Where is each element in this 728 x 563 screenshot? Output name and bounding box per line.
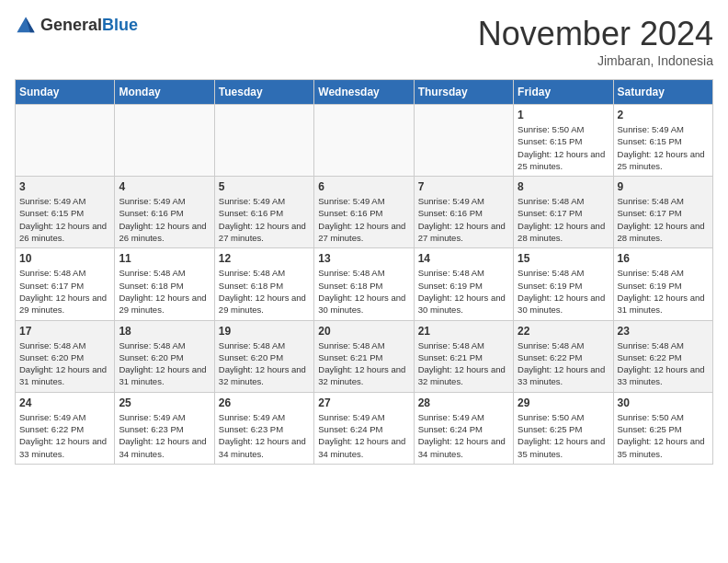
day-number: 6	[318, 180, 409, 193]
calendar-empty-cell	[115, 105, 214, 177]
calendar-day-12: 12Sunrise: 5:48 AMSunset: 6:18 PMDayligh…	[214, 248, 313, 320]
day-info: Sunrise: 5:48 AMSunset: 6:18 PMDaylight:…	[219, 267, 310, 316]
calendar-day-8: 8Sunrise: 5:48 AMSunset: 6:17 PMDaylight…	[514, 177, 613, 248]
logo-icon	[15, 15, 37, 37]
day-number: 26	[219, 396, 310, 409]
day-info: Sunrise: 5:49 AMSunset: 6:23 PMDaylight:…	[219, 411, 310, 460]
day-number: 28	[418, 396, 509, 409]
day-info: Sunrise: 5:48 AMSunset: 6:20 PMDaylight:…	[19, 339, 110, 388]
day-number: 14	[418, 252, 509, 265]
calendar-empty-cell	[314, 105, 414, 177]
calendar-day-25: 25Sunrise: 5:49 AMSunset: 6:23 PMDayligh…	[115, 392, 214, 464]
calendar-day-27: 27Sunrise: 5:49 AMSunset: 6:24 PMDayligh…	[314, 392, 414, 464]
calendar-day-23: 23Sunrise: 5:48 AMSunset: 6:22 PMDayligh…	[613, 320, 712, 392]
calendar-week-1: 1Sunrise: 5:50 AMSunset: 6:15 PMDaylight…	[16, 105, 713, 177]
day-info: Sunrise: 5:48 AMSunset: 6:22 PMDaylight:…	[518, 339, 609, 388]
day-info: Sunrise: 5:49 AMSunset: 6:15 PMDaylight:…	[19, 195, 110, 244]
day-info: Sunrise: 5:48 AMSunset: 6:18 PMDaylight:…	[318, 267, 409, 316]
day-number: 3	[19, 180, 110, 193]
calendar-day-30: 30Sunrise: 5:50 AMSunset: 6:25 PMDayligh…	[613, 392, 712, 464]
calendar-day-13: 13Sunrise: 5:48 AMSunset: 6:18 PMDayligh…	[314, 248, 414, 320]
day-info: Sunrise: 5:48 AMSunset: 6:20 PMDaylight:…	[219, 339, 310, 388]
calendar-empty-cell	[214, 105, 313, 177]
day-number: 8	[518, 180, 609, 193]
calendar-day-18: 18Sunrise: 5:48 AMSunset: 6:20 PMDayligh…	[115, 320, 214, 392]
day-number: 17	[19, 325, 110, 338]
day-number: 19	[219, 325, 310, 338]
calendar-day-19: 19Sunrise: 5:48 AMSunset: 6:20 PMDayligh…	[214, 320, 313, 392]
day-info: Sunrise: 5:49 AMSunset: 6:24 PMDaylight:…	[318, 411, 409, 460]
day-number: 30	[618, 396, 709, 409]
day-info: Sunrise: 5:48 AMSunset: 6:17 PMDaylight:…	[19, 267, 110, 316]
day-number: 18	[119, 325, 210, 338]
logo-general: GeneralBlue	[40, 17, 138, 35]
calendar-day-17: 17Sunrise: 5:48 AMSunset: 6:20 PMDayligh…	[16, 320, 115, 392]
day-info: Sunrise: 5:48 AMSunset: 6:17 PMDaylight:…	[518, 195, 609, 244]
calendar-day-1: 1Sunrise: 5:50 AMSunset: 6:15 PMDaylight…	[514, 105, 613, 177]
day-info: Sunrise: 5:49 AMSunset: 6:23 PMDaylight:…	[119, 411, 210, 460]
logo: GeneralBlue	[15, 15, 138, 37]
calendar-day-24: 24Sunrise: 5:49 AMSunset: 6:22 PMDayligh…	[16, 392, 115, 464]
calendar-day-9: 9Sunrise: 5:48 AMSunset: 6:17 PMDaylight…	[613, 177, 712, 248]
day-info: Sunrise: 5:50 AMSunset: 6:25 PMDaylight:…	[618, 411, 709, 460]
header-wednesday: Wednesday	[314, 80, 414, 105]
day-number: 20	[318, 325, 409, 338]
header-friday: Friday	[514, 80, 613, 105]
calendar-week-4: 17Sunrise: 5:48 AMSunset: 6:20 PMDayligh…	[16, 320, 713, 392]
day-number: 9	[618, 180, 709, 193]
day-info: Sunrise: 5:49 AMSunset: 6:22 PMDaylight:…	[19, 411, 110, 460]
day-info: Sunrise: 5:49 AMSunset: 6:16 PMDaylight:…	[219, 195, 310, 244]
calendar-day-11: 11Sunrise: 5:48 AMSunset: 6:18 PMDayligh…	[115, 248, 214, 320]
day-number: 22	[518, 325, 609, 338]
calendar-day-3: 3Sunrise: 5:49 AMSunset: 6:15 PMDaylight…	[16, 177, 115, 248]
day-number: 10	[19, 252, 110, 265]
calendar-day-4: 4Sunrise: 5:49 AMSunset: 6:16 PMDaylight…	[115, 177, 214, 248]
calendar-day-28: 28Sunrise: 5:49 AMSunset: 6:24 PMDayligh…	[414, 392, 513, 464]
calendar-day-14: 14Sunrise: 5:48 AMSunset: 6:19 PMDayligh…	[414, 248, 513, 320]
header-thursday: Thursday	[414, 80, 513, 105]
calendar-header-row: SundayMondayTuesdayWednesdayThursdayFrid…	[16, 80, 713, 105]
calendar-week-3: 10Sunrise: 5:48 AMSunset: 6:17 PMDayligh…	[16, 248, 713, 320]
header-sunday: Sunday	[16, 80, 115, 105]
title-area: November 2024 Jimbaran, Indonesia	[478, 15, 713, 68]
header-monday: Monday	[115, 80, 214, 105]
calendar-day-22: 22Sunrise: 5:48 AMSunset: 6:22 PMDayligh…	[514, 320, 613, 392]
day-info: Sunrise: 5:50 AMSunset: 6:25 PMDaylight:…	[518, 411, 609, 460]
day-number: 4	[119, 180, 210, 193]
day-number: 27	[318, 396, 409, 409]
header-tuesday: Tuesday	[214, 80, 313, 105]
day-number: 5	[219, 180, 310, 193]
day-number: 23	[618, 325, 709, 338]
day-number: 25	[119, 396, 210, 409]
day-info: Sunrise: 5:48 AMSunset: 6:21 PMDaylight:…	[318, 339, 409, 388]
day-info: Sunrise: 5:50 AMSunset: 6:15 PMDaylight:…	[518, 123, 609, 172]
location: Jimbaran, Indonesia	[478, 53, 713, 68]
day-number: 13	[318, 252, 409, 265]
calendar-day-5: 5Sunrise: 5:49 AMSunset: 6:16 PMDaylight…	[214, 177, 313, 248]
day-number: 12	[219, 252, 310, 265]
day-number: 21	[418, 325, 509, 338]
calendar-week-5: 24Sunrise: 5:49 AMSunset: 6:22 PMDayligh…	[16, 392, 713, 464]
calendar-day-16: 16Sunrise: 5:48 AMSunset: 6:19 PMDayligh…	[613, 248, 712, 320]
calendar-day-10: 10Sunrise: 5:48 AMSunset: 6:17 PMDayligh…	[16, 248, 115, 320]
day-info: Sunrise: 5:48 AMSunset: 6:17 PMDaylight:…	[618, 195, 709, 244]
day-info: Sunrise: 5:48 AMSunset: 6:19 PMDaylight:…	[418, 267, 509, 316]
day-info: Sunrise: 5:49 AMSunset: 6:16 PMDaylight:…	[318, 195, 409, 244]
day-number: 1	[518, 109, 609, 121]
calendar-empty-cell	[16, 105, 115, 177]
page-header: GeneralBlue November 2024 Jimbaran, Indo…	[15, 15, 713, 68]
day-info: Sunrise: 5:48 AMSunset: 6:19 PMDaylight:…	[618, 267, 709, 316]
calendar-day-2: 2Sunrise: 5:49 AMSunset: 6:15 PMDaylight…	[613, 105, 712, 177]
calendar-day-6: 6Sunrise: 5:49 AMSunset: 6:16 PMDaylight…	[314, 177, 414, 248]
day-info: Sunrise: 5:49 AMSunset: 6:16 PMDaylight:…	[119, 195, 210, 244]
day-number: 16	[618, 252, 709, 265]
day-number: 2	[618, 109, 709, 121]
day-number: 11	[119, 252, 210, 265]
day-info: Sunrise: 5:49 AMSunset: 6:16 PMDaylight:…	[418, 195, 509, 244]
day-info: Sunrise: 5:48 AMSunset: 6:18 PMDaylight:…	[119, 267, 210, 316]
calendar-week-2: 3Sunrise: 5:49 AMSunset: 6:15 PMDaylight…	[16, 177, 713, 248]
calendar-day-20: 20Sunrise: 5:48 AMSunset: 6:21 PMDayligh…	[314, 320, 414, 392]
day-info: Sunrise: 5:48 AMSunset: 6:20 PMDaylight:…	[119, 339, 210, 388]
calendar: SundayMondayTuesdayWednesdayThursdayFrid…	[15, 79, 713, 465]
calendar-empty-cell	[414, 105, 513, 177]
